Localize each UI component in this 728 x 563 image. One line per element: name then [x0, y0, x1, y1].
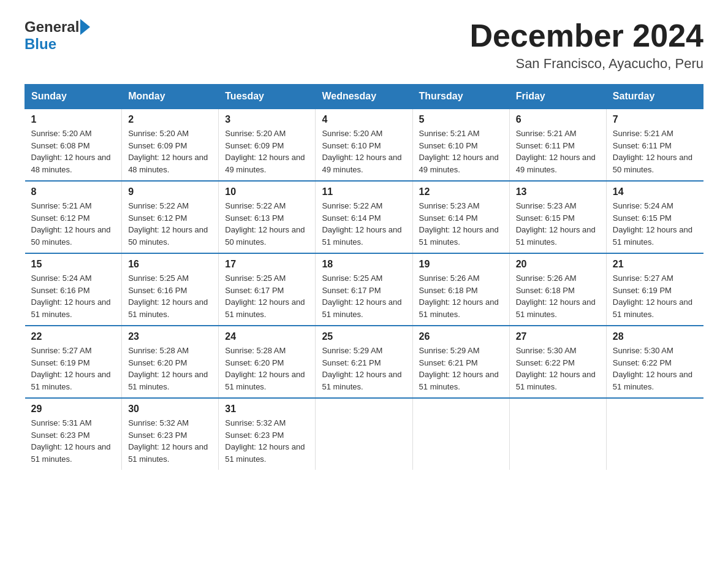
- day-info: Sunrise: 5:25 AM Sunset: 6:16 PM Dayligh…: [128, 272, 212, 320]
- weekday-header-sunday: Sunday: [25, 85, 122, 109]
- weekday-header-thursday: Thursday: [412, 85, 509, 109]
- week-row-5: 29 Sunrise: 5:31 AM Sunset: 6:23 PM Dayl…: [25, 398, 703, 470]
- calendar-table: SundayMondayTuesdayWednesdayThursdayFrid…: [25, 84, 703, 470]
- calendar-cell: [316, 398, 412, 470]
- calendar-cell: 25 Sunrise: 5:29 AM Sunset: 6:21 PM Dayl…: [316, 326, 412, 398]
- day-number: 4: [322, 114, 406, 125]
- calendar-cell: 1 Sunrise: 5:20 AM Sunset: 6:08 PM Dayli…: [25, 109, 122, 181]
- calendar-cell: 23 Sunrise: 5:28 AM Sunset: 6:20 PM Dayl…: [122, 326, 219, 398]
- day-info: Sunrise: 5:27 AM Sunset: 6:19 PM Dayligh…: [31, 345, 116, 393]
- calendar-cell: 3 Sunrise: 5:20 AM Sunset: 6:09 PM Dayli…: [219, 109, 316, 181]
- day-number: 28: [613, 331, 697, 342]
- day-number: 3: [225, 114, 309, 125]
- calendar-cell: 8 Sunrise: 5:21 AM Sunset: 6:12 PM Dayli…: [25, 181, 122, 253]
- day-number: 17: [225, 259, 309, 270]
- day-number: 10: [225, 186, 309, 197]
- day-number: 2: [128, 114, 212, 125]
- day-number: 7: [613, 114, 697, 125]
- day-number: 27: [516, 331, 600, 342]
- day-info: Sunrise: 5:29 AM Sunset: 6:21 PM Dayligh…: [419, 345, 503, 393]
- logo-blue-text: Blue: [25, 36, 56, 52]
- calendar-title-area: December 2024 San Francisco, Ayacucho, P…: [469, 18, 703, 72]
- calendar-cell: [606, 398, 703, 470]
- day-info: Sunrise: 5:30 AM Sunset: 6:22 PM Dayligh…: [613, 345, 697, 393]
- day-info: Sunrise: 5:26 AM Sunset: 6:18 PM Dayligh…: [419, 272, 503, 320]
- day-info: Sunrise: 5:24 AM Sunset: 6:16 PM Dayligh…: [31, 272, 116, 320]
- day-number: 24: [225, 331, 309, 342]
- day-number: 30: [128, 404, 212, 415]
- day-info: Sunrise: 5:25 AM Sunset: 6:17 PM Dayligh…: [225, 272, 309, 320]
- day-number: 8: [31, 186, 116, 197]
- week-row-2: 8 Sunrise: 5:21 AM Sunset: 6:12 PM Dayli…: [25, 181, 703, 253]
- day-number: 26: [419, 331, 503, 342]
- day-info: Sunrise: 5:20 AM Sunset: 6:10 PM Dayligh…: [322, 128, 406, 175]
- calendar-cell: 27 Sunrise: 5:30 AM Sunset: 6:22 PM Dayl…: [509, 326, 606, 398]
- day-number: 25: [322, 331, 406, 342]
- calendar-cell: 29 Sunrise: 5:31 AM Sunset: 6:23 PM Dayl…: [25, 398, 122, 470]
- day-info: Sunrise: 5:21 AM Sunset: 6:10 PM Dayligh…: [419, 128, 503, 175]
- calendar-cell: 21 Sunrise: 5:27 AM Sunset: 6:19 PM Dayl…: [606, 253, 703, 326]
- day-info: Sunrise: 5:21 AM Sunset: 6:11 PM Dayligh…: [516, 128, 600, 175]
- weekday-header-saturday: Saturday: [606, 85, 703, 109]
- day-info: Sunrise: 5:24 AM Sunset: 6:15 PM Dayligh…: [613, 200, 697, 248]
- calendar-cell: 22 Sunrise: 5:27 AM Sunset: 6:19 PM Dayl…: [25, 326, 122, 398]
- day-info: Sunrise: 5:30 AM Sunset: 6:22 PM Dayligh…: [516, 345, 600, 393]
- day-info: Sunrise: 5:28 AM Sunset: 6:20 PM Dayligh…: [225, 345, 309, 393]
- week-row-4: 22 Sunrise: 5:27 AM Sunset: 6:19 PM Dayl…: [25, 326, 703, 398]
- day-number: 18: [322, 259, 406, 270]
- day-number: 20: [516, 259, 600, 270]
- page-header: General Blue December 2024 San Francisco…: [25, 18, 703, 72]
- day-info: Sunrise: 5:25 AM Sunset: 6:17 PM Dayligh…: [322, 272, 406, 320]
- day-number: 15: [31, 259, 116, 270]
- calendar-cell: 17 Sunrise: 5:25 AM Sunset: 6:17 PM Dayl…: [219, 253, 316, 326]
- weekday-header-monday: Monday: [122, 85, 219, 109]
- calendar-cell: 10 Sunrise: 5:22 AM Sunset: 6:13 PM Dayl…: [219, 181, 316, 253]
- calendar-cell: 12 Sunrise: 5:23 AM Sunset: 6:14 PM Dayl…: [412, 181, 509, 253]
- calendar-cell: 19 Sunrise: 5:26 AM Sunset: 6:18 PM Dayl…: [412, 253, 509, 326]
- calendar-cell: 9 Sunrise: 5:22 AM Sunset: 6:12 PM Dayli…: [122, 181, 219, 253]
- day-number: 19: [419, 259, 503, 270]
- day-info: Sunrise: 5:22 AM Sunset: 6:13 PM Dayligh…: [225, 200, 309, 248]
- day-info: Sunrise: 5:32 AM Sunset: 6:23 PM Dayligh…: [128, 417, 212, 465]
- calendar-location: San Francisco, Ayacucho, Peru: [469, 56, 703, 72]
- calendar-cell: 13 Sunrise: 5:23 AM Sunset: 6:15 PM Dayl…: [509, 181, 606, 253]
- day-number: 9: [128, 186, 212, 197]
- week-row-3: 15 Sunrise: 5:24 AM Sunset: 6:16 PM Dayl…: [25, 253, 703, 326]
- day-info: Sunrise: 5:21 AM Sunset: 6:12 PM Dayligh…: [31, 200, 116, 248]
- calendar-cell: 6 Sunrise: 5:21 AM Sunset: 6:11 PM Dayli…: [509, 109, 606, 181]
- day-info: Sunrise: 5:23 AM Sunset: 6:15 PM Dayligh…: [516, 200, 600, 248]
- day-info: Sunrise: 5:20 AM Sunset: 6:09 PM Dayligh…: [225, 128, 309, 175]
- day-number: 31: [225, 404, 309, 415]
- day-info: Sunrise: 5:28 AM Sunset: 6:20 PM Dayligh…: [128, 345, 212, 393]
- calendar-cell: 5 Sunrise: 5:21 AM Sunset: 6:10 PM Dayli…: [412, 109, 509, 181]
- calendar-cell: 31 Sunrise: 5:32 AM Sunset: 6:23 PM Dayl…: [219, 398, 316, 470]
- calendar-cell: 24 Sunrise: 5:28 AM Sunset: 6:20 PM Dayl…: [219, 326, 316, 398]
- calendar-month-year: December 2024: [469, 18, 703, 53]
- calendar-cell: 20 Sunrise: 5:26 AM Sunset: 6:18 PM Dayl…: [509, 253, 606, 326]
- calendar-cell: [509, 398, 606, 470]
- day-number: 29: [31, 404, 116, 415]
- day-number: 16: [128, 259, 212, 270]
- calendar-cell: 30 Sunrise: 5:32 AM Sunset: 6:23 PM Dayl…: [122, 398, 219, 470]
- day-info: Sunrise: 5:32 AM Sunset: 6:23 PM Dayligh…: [225, 417, 309, 465]
- day-number: 21: [613, 259, 697, 270]
- calendar-cell: [412, 398, 509, 470]
- calendar-cell: 16 Sunrise: 5:25 AM Sunset: 6:16 PM Dayl…: [122, 253, 219, 326]
- day-info: Sunrise: 5:31 AM Sunset: 6:23 PM Dayligh…: [31, 417, 116, 465]
- day-number: 6: [516, 114, 600, 125]
- weekday-header-wednesday: Wednesday: [316, 85, 412, 109]
- day-info: Sunrise: 5:23 AM Sunset: 6:14 PM Dayligh…: [419, 200, 503, 248]
- calendar-cell: 26 Sunrise: 5:29 AM Sunset: 6:21 PM Dayl…: [412, 326, 509, 398]
- day-number: 23: [128, 331, 212, 342]
- day-number: 5: [419, 114, 503, 125]
- calendar-cell: 28 Sunrise: 5:30 AM Sunset: 6:22 PM Dayl…: [606, 326, 703, 398]
- day-number: 22: [31, 331, 116, 342]
- day-number: 14: [613, 186, 697, 197]
- week-row-1: 1 Sunrise: 5:20 AM Sunset: 6:08 PM Dayli…: [25, 109, 703, 181]
- day-info: Sunrise: 5:26 AM Sunset: 6:18 PM Dayligh…: [516, 272, 600, 320]
- day-info: Sunrise: 5:20 AM Sunset: 6:09 PM Dayligh…: [128, 128, 212, 175]
- weekday-header-row: SundayMondayTuesdayWednesdayThursdayFrid…: [25, 85, 703, 109]
- day-info: Sunrise: 5:27 AM Sunset: 6:19 PM Dayligh…: [613, 272, 697, 320]
- day-info: Sunrise: 5:21 AM Sunset: 6:11 PM Dayligh…: [613, 128, 697, 175]
- day-info: Sunrise: 5:22 AM Sunset: 6:12 PM Dayligh…: [128, 200, 212, 248]
